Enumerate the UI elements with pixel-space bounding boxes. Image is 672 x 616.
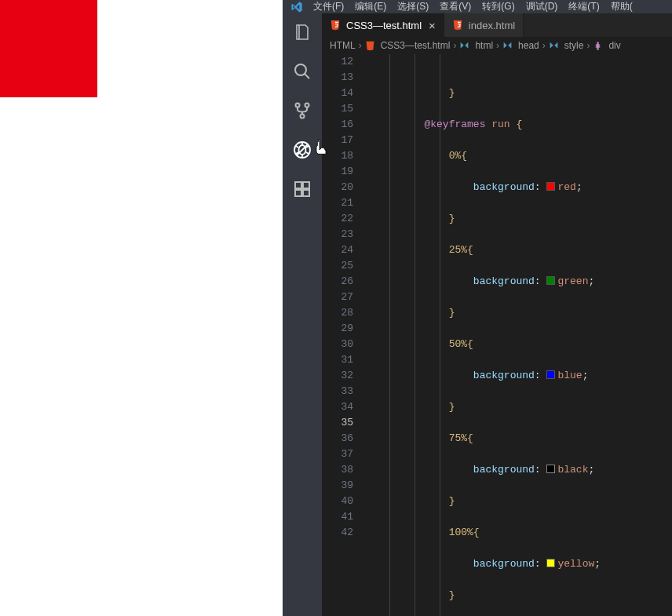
menu-terminal[interactable]: 终端(T): [563, 0, 604, 13]
html5-icon: [365, 41, 378, 51]
breadcrumb-file: CSS3—test.html: [381, 40, 451, 51]
tab-label: index.html: [469, 20, 515, 31]
search-icon[interactable]: [293, 62, 312, 81]
source-control-icon[interactable]: [293, 101, 312, 120]
extensions-icon[interactable]: [293, 180, 312, 199]
svg-rect-15: [295, 190, 301, 196]
tag-icon: [459, 41, 472, 51]
svg-line-12: [306, 152, 309, 154]
pointer-cursor-icon: [313, 137, 332, 159]
tab-css3-test[interactable]: CSS3—test.html ×: [322, 13, 444, 37]
menu-debug[interactable]: 调试(D): [520, 0, 564, 13]
menu-help[interactable]: 帮助(: [605, 0, 638, 13]
tag-icon: [549, 41, 561, 51]
css-icon: [593, 41, 605, 51]
debug-disabled-icon[interactable]: [293, 140, 312, 159]
svg-point-4: [301, 115, 305, 118]
vscode-logo-icon: [286, 1, 308, 13]
breadcrumb-style: style: [564, 40, 584, 51]
svg-point-0: [295, 64, 306, 75]
breadcrumb-div: div: [608, 40, 620, 51]
code-content[interactable]: } @keyframes run { 0%{ background: red; …: [367, 54, 672, 616]
menu-view[interactable]: 查看(V): [434, 0, 477, 13]
svg-rect-17: [303, 182, 309, 188]
svg-point-2: [296, 104, 300, 108]
breadcrumb-head: head: [518, 40, 539, 51]
tag-icon: [502, 41, 515, 51]
menu-bar: 文件(F) 编辑(E) 选择(S) 查看(V) 转到(G) 调试(D) 终端(T…: [283, 0, 672, 13]
code-editor[interactable]: 1213141516171819202122232425262728293031…: [322, 54, 672, 616]
vscode-window: 文件(F) 编辑(E) 选择(S) 查看(V) 转到(G) 调试(D) 终端(T…: [283, 0, 672, 616]
svg-line-1: [305, 74, 309, 78]
explorer-icon[interactable]: [293, 23, 312, 42]
breadcrumb-folder: HTML: [330, 40, 356, 51]
activity-bar: [283, 13, 322, 616]
svg-line-9: [296, 146, 298, 148]
svg-rect-14: [295, 182, 301, 188]
tab-label: CSS3—test.html: [346, 20, 422, 31]
svg-point-3: [305, 104, 309, 108]
close-icon[interactable]: ×: [429, 19, 436, 32]
menu-edit[interactable]: 编辑(E): [349, 0, 392, 13]
breadcrumb-html: html: [475, 40, 493, 51]
tab-index[interactable]: index.html: [444, 13, 524, 37]
menu-goto[interactable]: 转到(G): [477, 0, 520, 13]
menu-select[interactable]: 选择(S): [392, 0, 434, 13]
svg-rect-16: [303, 190, 309, 196]
preview-red-box: [0, 0, 97, 97]
tab-bar: CSS3—test.html × index.html: [322, 13, 672, 37]
breadcrumb[interactable]: HTML › CSS3—test.html › html › head › st…: [322, 37, 672, 54]
menu-file[interactable]: 文件(F): [308, 0, 349, 13]
